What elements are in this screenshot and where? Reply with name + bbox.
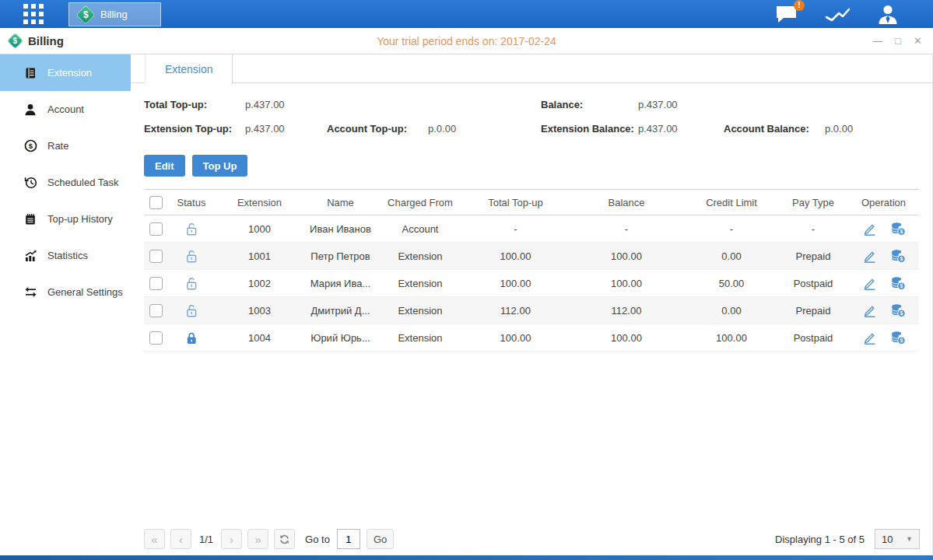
window-titlebar: $ Billing Your trial period ends on: 201… — [0, 28, 933, 54]
go-button[interactable]: Go — [367, 529, 394, 549]
column-header: Charged From — [377, 190, 463, 215]
edit-row-button[interactable] — [862, 222, 876, 236]
pay-type-cell: Postpaid — [778, 270, 848, 297]
unlocked-status-icon — [184, 303, 198, 318]
sidebar-item-label: Account — [47, 103, 84, 115]
total-topup-cell: 100.00 — [463, 243, 568, 270]
name-cell: Мария Ива... — [303, 270, 377, 297]
system-topbar: $ Billing ! — [0, 0, 933, 28]
billing-app-window: $ Billing ! — [0, 0, 933, 560]
row-checkbox[interactable] — [149, 277, 163, 290]
displaying-text: Displaying 1 - 5 of 5 — [775, 534, 865, 545]
dollar-coin-icon: $ — [23, 139, 37, 152]
total-topup-cell: 100.00 — [463, 270, 568, 297]
person-icon — [23, 103, 37, 116]
row-checkbox[interactable] — [149, 250, 163, 263]
balance-value: p.437.00 — [638, 99, 678, 110]
extension-cell: 1003 — [216, 297, 303, 324]
edit-row-button[interactable] — [862, 331, 876, 345]
next-page-button[interactable]: › — [221, 529, 242, 549]
balance-cell: 100.00 — [568, 270, 685, 297]
goto-page-input[interactable] — [337, 529, 360, 549]
edit-row-button[interactable] — [862, 249, 876, 263]
close-button[interactable]: ✕ — [914, 36, 922, 46]
sidebar-item-top-up-history[interactable]: Top-up History — [0, 201, 131, 237]
topup-row-button[interactable]: $ — [890, 249, 906, 263]
total-topup-value: p.437.00 — [245, 99, 285, 110]
extension-cell: 1002 — [216, 270, 303, 297]
apps-grid-icon — [23, 4, 44, 24]
maximize-button[interactable]: □ — [895, 36, 901, 46]
svg-text:$: $ — [28, 142, 33, 150]
account-topup-label: Account Top-up: — [327, 123, 407, 135]
sidebar-item-rate[interactable]: $Rate — [0, 128, 131, 164]
topup-row-button[interactable]: $ — [890, 276, 906, 290]
row-checkbox[interactable] — [149, 222, 163, 236]
extension-balance-label: Extension Balance: — [541, 123, 634, 135]
extension-balance-value: p.437.00 — [638, 123, 678, 135]
sidebar-item-scheduled-task[interactable]: Scheduled Task — [0, 164, 131, 201]
messages-button[interactable]: ! — [775, 5, 798, 24]
notification-badge: ! — [794, 0, 805, 11]
unlocked-status-icon — [184, 249, 198, 264]
goto-label: Go to — [305, 534, 330, 545]
first-page-button[interactable]: « — [144, 529, 165, 549]
topup-row-button[interactable]: $ — [890, 222, 906, 236]
ledger-icon — [23, 67, 37, 79]
charged-from-cell: Extension — [377, 270, 463, 297]
edit-row-button[interactable] — [862, 276, 876, 290]
apps-grid-button[interactable] — [23, 4, 44, 24]
sidebar-item-account[interactable]: Account — [0, 91, 131, 128]
edit-button[interactable]: Edit — [144, 155, 185, 177]
user-menu-button[interactable] — [877, 4, 899, 24]
column-header: Status — [167, 190, 216, 215]
charged-from-cell: Extension — [377, 324, 463, 352]
tab-extension[interactable]: Extension — [145, 54, 233, 83]
column-header: Extension — [216, 190, 303, 215]
sidebar-item-label: Statistics — [47, 250, 88, 261]
prev-page-button[interactable]: ‹ — [170, 529, 191, 549]
row-checkbox[interactable] — [149, 304, 163, 317]
table-row: 1001Петр ПетровExtension100.00100.000.00… — [144, 243, 919, 270]
topup-row-button[interactable]: $ — [890, 331, 906, 345]
resource-monitor-button[interactable] — [825, 5, 851, 23]
resource-monitor-icon — [825, 5, 851, 23]
taskbar-tab-billing[interactable]: $ Billing — [68, 2, 161, 26]
billing-diamond-dollar-icon: $ — [75, 5, 95, 24]
account-balance-label: Account Balance: — [724, 123, 809, 135]
edit-row-button[interactable] — [862, 303, 876, 317]
total-topup-cell: - — [463, 215, 568, 243]
page-indicator: 1/1 — [199, 534, 213, 545]
extension-table: StatusExtensionNameCharged FromTotal Top… — [144, 189, 919, 352]
tab-bar: Extension — [131, 54, 932, 83]
top-up-button[interactable]: Top Up — [192, 155, 248, 177]
pay-type-cell: Postpaid — [778, 324, 848, 352]
column-header: Balance — [568, 190, 685, 215]
last-page-button[interactable]: » — [247, 529, 268, 549]
taskbar-tab-label: Billing — [100, 9, 128, 20]
balance-cell: 100.00 — [568, 243, 685, 270]
select-all-checkbox[interactable] — [149, 196, 163, 209]
total-topup-label: Total Top-up: — [144, 99, 207, 110]
column-header: Credit Limit — [685, 190, 778, 215]
minimize-button[interactable]: — — [872, 36, 882, 46]
balance-cell: 100.00 — [568, 324, 685, 352]
charged-from-cell: Extension — [377, 243, 463, 270]
credit-limit-cell: - — [685, 215, 778, 243]
sidebar-item-extension[interactable]: Extension — [0, 54, 131, 91]
row-checkbox[interactable] — [149, 331, 163, 345]
extension-cell: 1004 — [216, 324, 303, 352]
topup-row-button[interactable]: $ — [890, 303, 906, 317]
refresh-button[interactable] — [274, 529, 295, 549]
trial-notice: Your trial period ends on: 2017-02-24 — [0, 35, 933, 47]
total-topup-cell: 112.00 — [463, 297, 568, 324]
pagination-bar: « ‹ 1/1 › » Go to Go Displaying — [144, 529, 920, 549]
charged-from-cell: Account — [377, 215, 463, 243]
page-size-select[interactable]: 10 ▼ — [875, 529, 920, 549]
balance-cell: 112.00 — [568, 297, 685, 324]
extension-table-wrap: StatusExtensionNameCharged FromTotal Top… — [144, 189, 919, 352]
sidebar-item-general-settings[interactable]: General Settings — [0, 274, 131, 310]
desktop-taskbar-edge — [0, 555, 933, 560]
sidebar: ExtensionAccount$RateScheduled TaskTop-u… — [0, 54, 131, 555]
sidebar-item-statistics[interactable]: Statistics — [0, 237, 131, 274]
